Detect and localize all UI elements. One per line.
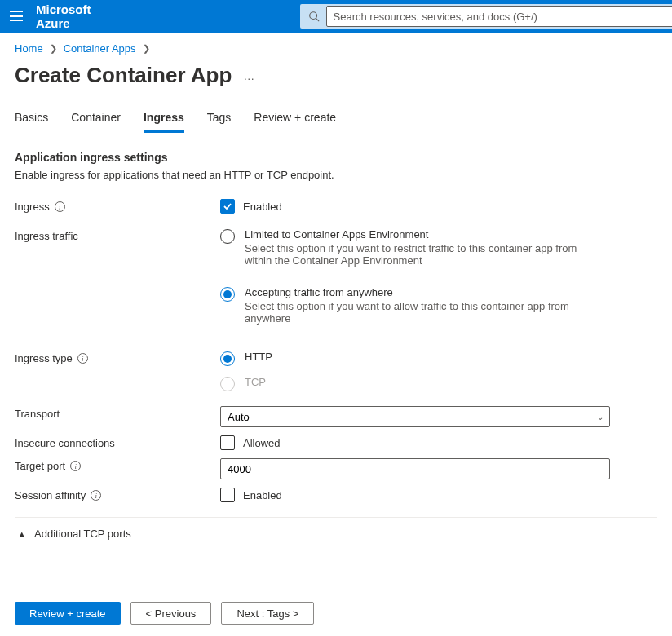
traffic-anywhere-radio[interactable] bbox=[220, 287, 235, 302]
ingress-enabled-checkbox[interactable] bbox=[220, 199, 235, 214]
session-affinity-enabled-label: Enabled bbox=[243, 489, 282, 501]
ingress-type-label: Ingress type bbox=[15, 352, 73, 364]
info-icon[interactable]: i bbox=[91, 490, 101, 501]
chevron-right-icon: ❯ bbox=[143, 43, 150, 54]
tab-review[interactable]: Review + create bbox=[254, 111, 336, 133]
additional-tcp-label: Additional TCP ports bbox=[34, 528, 131, 540]
search-icon bbox=[308, 11, 320, 22]
target-port-label: Target port bbox=[15, 460, 65, 472]
type-tcp-label: TCP bbox=[245, 376, 266, 388]
traffic-anywhere-desc: Select this option if you want to allow … bbox=[245, 300, 595, 325]
ingress-traffic-label: Ingress traffic bbox=[15, 230, 78, 242]
previous-button[interactable]: < Previous bbox=[130, 602, 212, 625]
session-affinity-checkbox[interactable] bbox=[220, 488, 235, 502]
svg-line-1 bbox=[316, 19, 319, 22]
menu-icon[interactable] bbox=[10, 8, 23, 24]
type-tcp-radio bbox=[220, 377, 235, 391]
transport-label: Transport bbox=[15, 408, 60, 420]
more-button[interactable]: … bbox=[243, 69, 256, 82]
next-button[interactable]: Next : Tags > bbox=[221, 602, 314, 625]
search-input[interactable] bbox=[326, 6, 673, 27]
type-http-radio[interactable] bbox=[220, 351, 235, 366]
traffic-limited-radio[interactable] bbox=[220, 229, 235, 244]
tab-tags[interactable]: Tags bbox=[207, 111, 232, 133]
breadcrumb-section[interactable]: Container Apps bbox=[64, 42, 136, 55]
traffic-limited-desc: Select this option if you want to restri… bbox=[245, 242, 595, 267]
target-port-input[interactable] bbox=[220, 458, 610, 479]
info-icon[interactable]: i bbox=[77, 353, 88, 364]
additional-tcp-expander[interactable]: ▴ Additional TCP ports bbox=[15, 528, 657, 540]
page-title: Create Container App bbox=[15, 63, 232, 88]
section-desc: Enable ingress for applications that nee… bbox=[15, 169, 657, 181]
traffic-limited-label: Limited to Container Apps Environment bbox=[245, 228, 595, 241]
page-title-row: Create Container App … bbox=[15, 63, 657, 88]
insecure-allowed-checkbox[interactable] bbox=[220, 435, 235, 450]
insecure-allowed-label: Allowed bbox=[243, 437, 281, 449]
brand-label: Microsoft Azure bbox=[36, 2, 91, 30]
section-title: Application ingress settings bbox=[15, 151, 657, 164]
tab-ingress[interactable]: Ingress bbox=[144, 111, 184, 133]
azure-topbar: Microsoft Azure bbox=[0, 0, 672, 33]
ingress-label: Ingress bbox=[15, 201, 50, 213]
breadcrumb: Home ❯ Container Apps ❯ bbox=[15, 42, 657, 55]
tabs: Basics Container Ingress Tags Review + c… bbox=[15, 111, 657, 133]
traffic-anywhere-label: Accepting traffic from anywhere bbox=[245, 286, 595, 298]
transport-select[interactable]: Auto bbox=[220, 406, 610, 427]
chevron-up-icon: ▴ bbox=[20, 528, 24, 539]
breadcrumb-home[interactable]: Home bbox=[15, 42, 43, 55]
tab-container[interactable]: Container bbox=[71, 111, 121, 133]
wizard-footer: Review + create < Previous Next : Tags > bbox=[0, 590, 672, 632]
tab-basics[interactable]: Basics bbox=[15, 111, 48, 133]
info-icon[interactable]: i bbox=[70, 461, 81, 471]
search-box[interactable] bbox=[300, 4, 673, 29]
insecure-label: Insecure connections bbox=[15, 437, 115, 449]
chevron-right-icon: ❯ bbox=[50, 43, 57, 54]
ingress-enabled-label: Enabled bbox=[243, 201, 282, 213]
type-http-label: HTTP bbox=[245, 351, 272, 363]
review-create-button[interactable]: Review + create bbox=[15, 602, 121, 625]
session-affinity-label: Session affinity bbox=[15, 489, 86, 501]
svg-point-0 bbox=[309, 12, 316, 20]
info-icon[interactable]: i bbox=[55, 201, 65, 212]
